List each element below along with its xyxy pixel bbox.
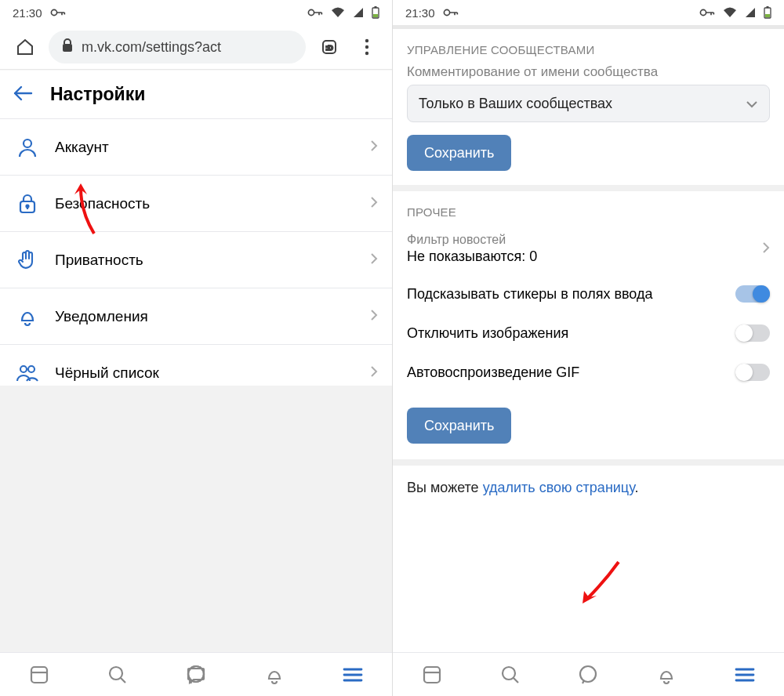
users-icon (16, 364, 39, 382)
dropdown-value: Только в Ваших сообществах (419, 96, 612, 112)
svg-point-24 (700, 9, 706, 15)
vpn-key-icon (699, 8, 715, 17)
svg-point-0 (51, 9, 56, 15)
toggle-label: Автовоспроизведение GIF (407, 364, 579, 381)
phone-right: 21:30 УПРАВЛЕНИЕ СООБЩЕСТВАМИ Комментиро… (392, 0, 784, 696)
chevron-right-icon (370, 140, 378, 155)
page-header: Настройки (0, 71, 392, 119)
toggle-stickers[interactable] (735, 285, 770, 303)
field-label-comment: Комментирование от имени сообщества (407, 64, 770, 80)
battery-icon (372, 6, 379, 19)
filter-label: Фильтр новостей (407, 233, 537, 247)
svg-point-20 (110, 667, 122, 680)
user-icon (16, 137, 39, 158)
nav-search-icon[interactable] (100, 658, 135, 692)
wifi-icon (331, 7, 345, 18)
svg-point-9 (365, 45, 368, 49)
save-section: Сохранить (393, 392, 784, 459)
toggle-row-images: Отключить изображения (393, 314, 784, 353)
section-separator (393, 459, 784, 466)
svg-text::D: :D (325, 44, 333, 52)
svg-point-11 (24, 140, 31, 147)
svg-rect-26 (767, 6, 769, 8)
chevron-down-icon (746, 96, 758, 112)
url-input[interactable]: m.vk.com/settings?act (49, 31, 306, 63)
nav-menu-icon[interactable] (336, 658, 370, 692)
chevron-right-icon (370, 365, 378, 381)
battery-icon (764, 6, 771, 19)
nav-notifications-icon[interactable] (649, 658, 684, 692)
nav-feed-icon[interactable] (415, 658, 449, 692)
toggle-label: Подсказывать стикеры в полях ввода (407, 286, 653, 303)
filter-value: Не показываются: 0 (407, 248, 537, 265)
svg-rect-3 (375, 6, 377, 8)
lock-secure-icon (61, 38, 74, 56)
footer-plain: Вы можете (407, 480, 483, 495)
svg-rect-19 (31, 667, 47, 683)
settings-item-label: Уведомления (55, 308, 354, 325)
settings-item-label: Чёрный список (55, 364, 354, 382)
svg-point-14 (20, 366, 27, 372)
nav-messages-icon[interactable] (179, 658, 213, 692)
svg-point-30 (580, 666, 596, 682)
section-header-communities: УПРАВЛЕНИЕ СООБЩЕСТВАМИ (393, 29, 784, 64)
menu-dots-icon[interactable] (353, 33, 381, 61)
svg-point-1 (308, 9, 314, 15)
save-button[interactable]: Сохранить (407, 408, 511, 444)
hand-icon (16, 249, 39, 271)
signal-icon (353, 7, 364, 18)
spacer (393, 504, 784, 652)
nav-feed-icon[interactable] (22, 658, 56, 692)
status-bar: 21:30 (0, 0, 392, 25)
footer-period: . (634, 480, 638, 495)
toggle-label: Отключить изображения (407, 325, 568, 342)
delete-page-link[interactable]: удалить свою страницу (483, 480, 635, 495)
section-separator (393, 185, 784, 191)
phone-left: 21:30 m.v (0, 0, 392, 696)
settings-item-label: Приватность (55, 252, 354, 269)
toggle-disable-images[interactable] (735, 324, 770, 342)
lock-icon (16, 193, 39, 215)
save-button[interactable]: Сохранить (407, 135, 511, 171)
settings-item-blocklist[interactable]: Чёрный список (0, 345, 392, 386)
svg-point-8 (365, 39, 368, 42)
svg-point-15 (28, 366, 34, 372)
bell-icon (16, 306, 39, 328)
back-arrow-icon[interactable] (13, 85, 33, 105)
nav-menu-icon[interactable] (728, 658, 762, 692)
toggle-autoplay-gif[interactable] (735, 364, 770, 381)
settings-item-notifications[interactable]: Уведомления (0, 288, 392, 345)
bottom-nav (0, 652, 392, 696)
settings-item-label: Безопасность (55, 195, 354, 212)
vpn-key-icon (443, 8, 459, 17)
svg-rect-27 (765, 14, 770, 17)
status-bar: 21:30 (393, 0, 784, 25)
settings-item-account[interactable]: Аккаунт (0, 119, 392, 176)
nav-notifications-icon[interactable] (257, 658, 292, 692)
button-label: Сохранить (424, 418, 494, 434)
chevron-right-icon (370, 196, 378, 212)
bottom-nav (393, 652, 784, 696)
section-header-other: ПРОЧЕЕ (393, 191, 784, 227)
nav-search-icon[interactable] (493, 658, 528, 692)
settings-item-security[interactable]: Безопасность (0, 176, 392, 232)
nav-messages-icon[interactable] (571, 658, 605, 692)
home-icon[interactable] (11, 33, 39, 61)
status-time: 21:30 (405, 6, 435, 20)
wifi-icon (723, 7, 737, 18)
status-time: 21:30 (13, 6, 42, 20)
filter-news-row[interactable]: Фильтр новостей Не показываются: 0 (393, 227, 784, 274)
svg-point-10 (365, 52, 368, 55)
vpn-key-icon (307, 8, 323, 17)
footer-delete-text: Вы можете удалить свою страницу. (393, 466, 784, 504)
svg-rect-5 (63, 44, 72, 52)
signal-icon (745, 7, 756, 18)
button-label: Сохранить (424, 145, 494, 161)
tabs-icon[interactable]: :D (315, 33, 343, 61)
section-communities: Комментирование от имени сообщества Толь… (393, 64, 784, 185)
toggle-row-stickers: Подсказывать стикеры в полях ввода (393, 274, 784, 314)
page-title: Настройки (50, 84, 145, 105)
settings-item-privacy[interactable]: Приватность (0, 232, 392, 288)
dropdown-comment-mode[interactable]: Только в Ваших сообществах (407, 85, 770, 122)
chevron-right-icon (370, 252, 378, 268)
